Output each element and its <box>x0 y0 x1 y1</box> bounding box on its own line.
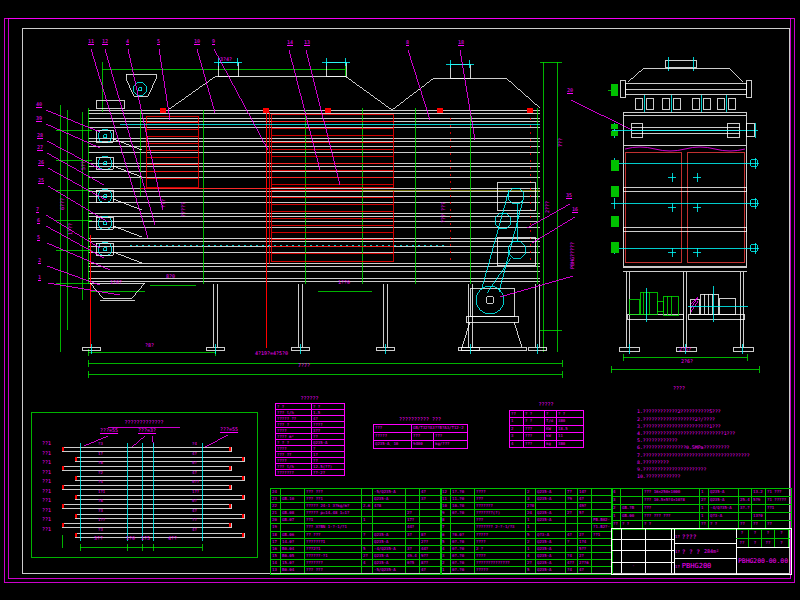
note-line: 5.???????????? <box>637 437 787 444</box>
table-row: 2???KW18.5 <box>510 426 583 433</box>
bom-row: 6?0.0??????5Q?3-A4?2???1 <box>441 532 612 539</box>
main-view <box>46 49 634 378</box>
note-line: 2.??????????????????2?/???? <box>637 416 787 423</box>
bom-row: 1714.0????????1Q235-A2?? <box>271 539 441 546</box>
spec-table: ??? ??? ?1? ?T/d3802???KW18.53???kW114??… <box>509 410 584 448</box>
title-field-area: 1? ? ? ? 284m² <box>674 544 736 559</box>
bom-row: 1GB.00??? ??? ???1Q?3-A13?0 <box>612 513 791 521</box>
title-block: - 1? ???? 1? ? ? ? 284m² 1? PBHG200 ?? ?… <box>611 528 792 575</box>
bom-row: 18GB.06?? ????Q235-A3?8? <box>271 532 441 539</box>
detail-view <box>32 413 258 558</box>
bom-row: ??? ?? ???? ??????? <box>612 521 791 528</box>
signature-grid: - <box>612 529 675 574</box>
table-row: 1? ?T/d380 <box>510 418 583 425</box>
bom-table-left: 24??? ???-5/Q235-A4?23GB.10??? ??1Q235-A… <box>270 488 442 575</box>
drawing-area: 284m² <box>704 548 719 554</box>
bom-row: 22????? 24-1 3?kg/m?2.64?8 <box>271 503 441 510</box>
notes-list: 1.????????????2??????????5???2.?????????… <box>637 394 787 480</box>
note-line: 7.????????????????????????????????????? <box>637 452 787 459</box>
note-line: 8.????????? <box>637 459 787 466</box>
sheet-count-grid: ?? ?? ??? ??? <box>736 529 790 548</box>
note-line: 9.?????????????????????? <box>637 466 787 473</box>
table-row: Q235-A、109400kg/??? <box>374 441 467 448</box>
bom-row: 19??? X?BN 1-?-1/?144? <box>271 524 441 531</box>
bom-row: 8???1Q235-APB.B02-??0 <box>441 517 612 524</box>
note-line: 10.???????????? <box>637 473 787 480</box>
bom-table-right: 4??? 16×250×10001Q235-A13.2?1 ???3??? 10… <box>611 488 792 530</box>
drive-sprockets <box>476 188 526 314</box>
bom-row: 3??? 10.5×5?4×10?82?Q235-A25.45?9?1 ????… <box>612 497 791 505</box>
bom-row: 1415.0????????4Q235-A0?58?? <box>271 560 441 567</box>
bom-row: 15B0.05??????-?12?Q235-A49.49?? <box>271 553 441 560</box>
material-table: ???GB/T32?A3??B?A3/T12-2 ??????????? Q23… <box>373 424 468 449</box>
title-fields: 1? ???? 1? ? ? ? 284m² 1? PBHG200 <box>674 529 737 574</box>
table-row: 3???kW11 <box>510 433 583 440</box>
gear-motor-right <box>647 286 749 322</box>
perf-table: ? ?? ???? t/h1.5????? ??4???? ?????????3… <box>275 403 345 476</box>
bom-table-middle: 121?.?0????2Q235-A7?14?1111.?0???3Q235-A… <box>440 488 613 575</box>
bom-row: 16B0.04???2?15-4/Q235-A3?44? <box>271 546 441 553</box>
bom-row: 20?.?0??????????????2?Q235-A4??2??6 <box>441 560 612 567</box>
drawing-number: PBHG200-00.00 <box>736 548 790 574</box>
side-view <box>608 57 760 373</box>
spec-table-title: ????? <box>509 401 583 407</box>
detail-title: ????????????? <box>31 419 257 425</box>
bom-row: 40?.?02 ?1Q235-A5?? <box>441 546 612 553</box>
bom-row: 10?.?0?????5Q235-A?44? <box>441 567 612 573</box>
bom-row: 7??????? 2-?-1/?31?1.B2?-??? <box>441 524 612 531</box>
gear-motor-left <box>629 292 678 315</box>
bom-row: 24??? ???-5/Q235-A4? <box>271 489 441 496</box>
notes-title: ???? <box>624 385 734 391</box>
bom-row: 50?.?0????2Q235-A?1?4 <box>441 539 612 546</box>
bom-row: 13B0.04??? ???-5/Q235-A4? <box>271 567 441 573</box>
cad-sheet: 1112451091413818203516403928272625765211… <box>0 0 800 600</box>
material-table-title: ?????????? ??? <box>360 416 480 422</box>
bom-row: 21GB.08????? p=14.48 1=1?2? <box>271 510 441 517</box>
title-field-name: 1? ???? <box>674 529 736 544</box>
bom-row: 23GB.10??? ??1Q235-A3? <box>271 496 441 503</box>
note-line: 6.???????????????0.5MPa????????? <box>637 444 787 451</box>
bom-row: 1010.?0???????2?049? <box>441 503 612 510</box>
table-row: 4???kg380 <box>510 441 583 447</box>
table-row: ??? ??? ? <box>510 411 583 418</box>
bom-row: 4??? 16×250×10001Q235-A13.2?1 ??? <box>612 489 791 497</box>
table-row: ???GB/T32?A3??B?A3/T12-2 <box>374 425 467 433</box>
note-line: 3.???????????????????????1??? <box>637 423 787 430</box>
table-row: ?????????-2? <box>276 470 344 475</box>
bom-row: 20GB.07??1117? <box>271 517 441 524</box>
bom-row: 90?.?0???????(?)24Q235-A2?5? <box>441 510 612 517</box>
title-field-model: 1? PBHG200 <box>674 559 736 573</box>
table-row: ??????????? <box>374 433 467 441</box>
note-line: 4.????????????????????????????1??? <box>637 430 787 437</box>
note-line: 1.????????????2??????????5??? <box>637 408 787 415</box>
bom-row: 2GB.?B???1-4/Q?35-A3?.???1 <box>612 505 791 513</box>
title-block-right: ?? ?? ??? ??? PBHG200-00.00 <box>736 529 790 574</box>
bom-row: 1111.?0???3Q235-A?94? <box>441 496 612 503</box>
bom-row: 30?.?0????4Q235-A?42? <box>441 553 612 560</box>
bom-row: 121?.?0????2Q235-A7?14? <box>441 489 612 496</box>
perf-table-title: ?????? <box>275 395 344 401</box>
model-number: PBHG200 <box>682 562 712 570</box>
